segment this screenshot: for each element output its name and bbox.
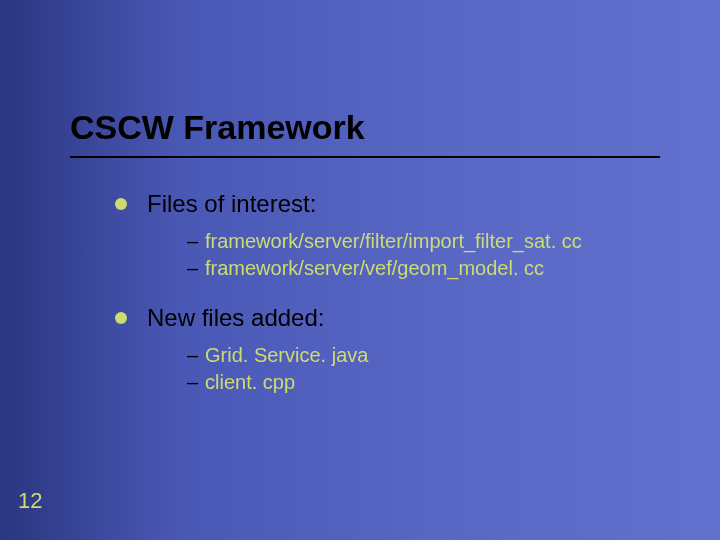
sub-item-label: framework/server/vef/geom_model. cc [205, 257, 544, 279]
sub-item-label: client. cpp [205, 371, 295, 393]
dash-icon: – [187, 369, 198, 396]
dash-icon: – [187, 342, 198, 369]
dash-icon: – [187, 228, 198, 255]
sub-item-label: Grid. Service. java [205, 344, 368, 366]
title-underline [70, 156, 660, 158]
sub-item: – framework/server/filter/import_filter_… [187, 228, 670, 255]
sub-list: – Grid. Service. java – client. cpp [187, 342, 670, 396]
sub-item-label: framework/server/filter/import_filter_sa… [205, 230, 582, 252]
sub-item: – framework/server/vef/geom_model. cc [187, 255, 670, 282]
bullet-item: Files of interest: [115, 190, 670, 218]
page-number: 12 [18, 488, 42, 514]
slide-body: Files of interest: – framework/server/fi… [115, 190, 670, 418]
bullet-icon [115, 312, 127, 324]
bullet-label: New files added: [147, 304, 324, 331]
bullet-label: Files of interest: [147, 190, 316, 217]
slide-title: CSCW Framework [70, 108, 680, 147]
sub-item: – Grid. Service. java [187, 342, 670, 369]
dash-icon: – [187, 255, 198, 282]
sub-list: – framework/server/filter/import_filter_… [187, 228, 670, 282]
slide: CSCW Framework Files of interest: – fram… [0, 0, 720, 540]
sub-item: – client. cpp [187, 369, 670, 396]
bullet-item: New files added: [115, 304, 670, 332]
bullet-icon [115, 198, 127, 210]
